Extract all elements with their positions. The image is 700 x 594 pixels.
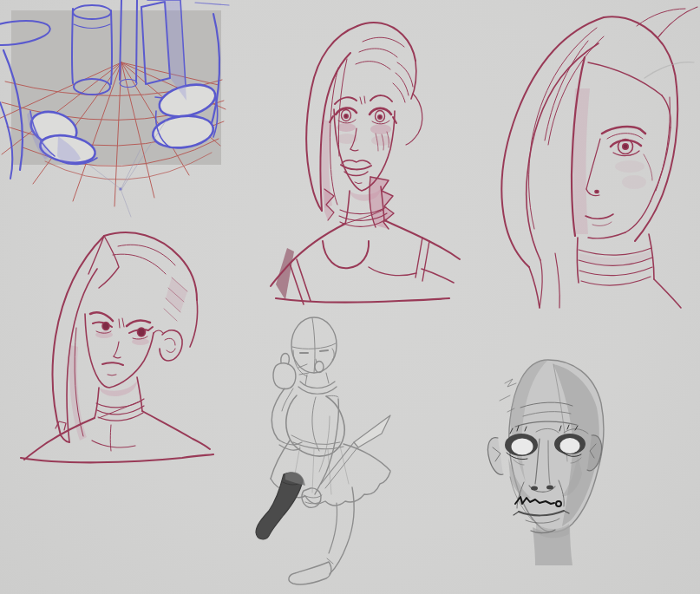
sad-girl-eyes: [330, 108, 396, 124]
annoyed-lines: [21, 232, 213, 462]
stray-graphite-stroke: [644, 62, 694, 78]
gesture-thumbs-up-arm: [271, 353, 309, 450]
sketch-annoyed-girl-portrait: [9, 224, 217, 475]
sketch-gesture-figure: [243, 312, 434, 594]
shoulder-shade-triangle: [276, 248, 294, 300]
sketch-old-man-head: [460, 347, 659, 565]
sketch-sad-girl-portrait: [252, 7, 460, 306]
gesture-boot: [256, 472, 305, 539]
gesture-hand: [302, 488, 322, 508]
sad-girl-lines: [271, 23, 460, 304]
gesture-blade: [321, 415, 390, 488]
sketch-canvas[interactable]: [0, 0, 700, 594]
side-glance-eye: [611, 140, 641, 156]
gesture-lines: [271, 317, 390, 584]
annoyed-ear: [160, 330, 182, 361]
sketch-side-glance-portrait: [458, 2, 700, 316]
sketch-perspective-study: [0, 0, 234, 204]
side-glance-washes: [573, 88, 651, 265]
